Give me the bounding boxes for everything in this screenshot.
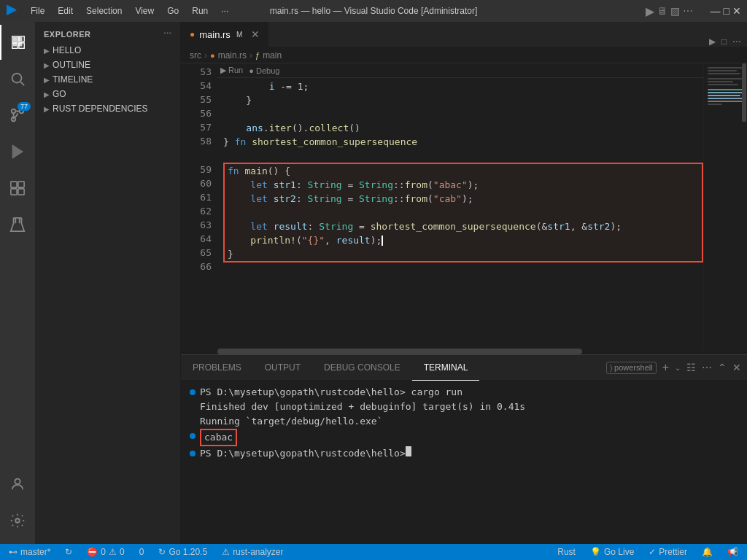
tab-terminal[interactable]: TERMINAL: [412, 355, 480, 381]
svg-rect-17: [708, 70, 737, 71]
h-scrollbar-thumb[interactable]: [217, 349, 582, 354]
go-live-status[interactable]: 💡 Go Live: [587, 547, 637, 557]
tab-bar: ● main.rs M ✕ ▶ □ ⋯: [181, 22, 747, 47]
maximize-panel-icon[interactable]: ⌃: [718, 362, 727, 373]
more-terminal-icon[interactable]: ⋯: [702, 362, 712, 373]
errors-status[interactable]: ⛔ 0 ⚠ 0: [84, 547, 127, 557]
tab-problems[interactable]: PROBLEMS: [181, 355, 253, 381]
terminal-text-1: PS D:\mysetup\gopath\rustcode\hello> car…: [200, 385, 462, 400]
maximize-button[interactable]: □: [724, 5, 729, 17]
sidebar-item-hello[interactable]: ▶ HELLO: [35, 43, 180, 58]
menu-go[interactable]: Go: [161, 4, 185, 18]
tab-debug-console[interactable]: DEBUG CONSOLE: [312, 355, 412, 381]
terminal-text-4: cabac: [200, 429, 237, 446]
terminal-content[interactable]: PS D:\mysetup\gopath\rustcode\hello> car…: [181, 381, 747, 544]
add-terminal-icon[interactable]: +: [662, 361, 669, 374]
terminal-dropdown-icon[interactable]: ⌄: [675, 364, 681, 372]
svg-rect-25: [708, 98, 744, 99]
split-editor-icon[interactable]: □: [721, 36, 727, 47]
menu-view[interactable]: View: [129, 4, 160, 18]
menu-selection[interactable]: Selection: [80, 4, 128, 18]
code-line-55: [223, 107, 703, 121]
activity-bar: 77: [0, 22, 35, 544]
panel-actions: 〉 powershell + ⌄ ☷ ⋯ ⌃ ✕: [606, 361, 747, 374]
error-status[interactable]: ⚠ rust-analyzer: [219, 547, 286, 557]
go-version-label: 0: [139, 547, 144, 557]
rust-analyzer-status[interactable]: ↻ Go 1.20.5: [155, 547, 210, 557]
code-editor: 53 54 55 56 57 58 59 60 61 62 63 64 65 6…: [181, 63, 747, 349]
language-status[interactable]: Rust: [554, 547, 578, 557]
go-version-status[interactable]: 0: [136, 547, 147, 557]
titlebar-controls: ▶ 🖥 ▧ ⋯ — □ ✕: [646, 4, 741, 18]
svg-rect-18: [708, 73, 740, 74]
tab-output[interactable]: OUTPUT: [253, 355, 312, 381]
warning-icon: ⚠: [109, 547, 117, 557]
megaphone-icon: 📢: [727, 547, 738, 557]
accounts-activity-icon[interactable]: [0, 467, 35, 502]
sidebar-item-timeline[interactable]: ▶ TIMELINE: [35, 72, 180, 87]
git-branch-status[interactable]: ⊷ master*: [6, 547, 53, 557]
terminal-line-1: PS D:\mysetup\gopath\rustcode\hello> car…: [190, 385, 738, 400]
svg-rect-10: [11, 182, 17, 187]
kill-terminal-icon[interactable]: ☷: [686, 362, 696, 373]
terminal-name: powershell: [614, 363, 653, 372]
sidebar-actions[interactable]: ⋯: [163, 29, 172, 39]
close-panel-icon[interactable]: ✕: [732, 362, 741, 373]
breadcrumb-src[interactable]: src: [190, 50, 201, 61]
code-lines[interactable]: i -= 1; } ans.iter().collect() } fn shor…: [217, 78, 703, 276]
extensions-activity-icon[interactable]: [0, 171, 35, 206]
search-activity-icon[interactable]: [0, 61, 35, 96]
titlebar: ⯈ File Edit Selection View Go Run ··· ma…: [0, 0, 747, 22]
menu-file[interactable]: File: [25, 4, 50, 18]
menu-more[interactable]: ···: [215, 4, 234, 18]
code-line-56: ans.iter().collect(): [223, 121, 703, 135]
code-line-66: [223, 262, 703, 276]
breadcrumb-fn[interactable]: main: [263, 50, 282, 61]
code-content[interactable]: ▶ Run ● Debug i -= 1; } ans.iter().colle…: [217, 63, 703, 349]
layout-button[interactable]: ▧: [670, 5, 680, 17]
svg-rect-22: [708, 89, 744, 90]
source-control-activity-icon[interactable]: 77: [0, 98, 35, 133]
go-live-icon: 💡: [590, 547, 601, 557]
explorer-activity-icon[interactable]: [0, 25, 35, 60]
run-inline-icon[interactable]: ▶ Run: [220, 66, 243, 75]
run-code-icon[interactable]: ▶: [709, 36, 716, 47]
run-button[interactable]: ▶: [646, 4, 654, 18]
tab-file-icon: ●: [190, 29, 195, 39]
sidebar-item-go[interactable]: ▶ GO: [35, 87, 180, 101]
test-activity-icon[interactable]: [0, 207, 35, 242]
terminal-line-4: cabac: [190, 429, 738, 446]
settings-activity-icon[interactable]: [0, 503, 35, 538]
sidebar-item-rust-dependencies[interactable]: ▶ RUST DEPENDENCIES: [35, 101, 180, 116]
close-button[interactable]: ✕: [732, 5, 741, 17]
more-button[interactable]: ⋯: [683, 5, 693, 17]
new-terminal-icon[interactable]: 〉 powershell: [606, 362, 657, 374]
svg-rect-20: [708, 81, 733, 82]
feedback-status[interactable]: 📢: [724, 547, 741, 557]
debug-inline-icon[interactable]: ● Debug: [249, 66, 279, 75]
sidebar-item-outline[interactable]: ▶ OUTLINE: [35, 58, 180, 72]
prettier-label: Prettier: [659, 547, 687, 557]
sync-icon: ↻: [65, 547, 72, 557]
run-debug-activity-icon[interactable]: [0, 134, 35, 169]
chevron-right-icon: ▶: [44, 90, 50, 98]
h-scrollbar[interactable]: [181, 349, 747, 354]
prettier-status[interactable]: ✓ Prettier: [646, 547, 690, 557]
svg-rect-21: [708, 84, 738, 85]
menu-run[interactable]: Run: [186, 4, 214, 18]
minimize-button[interactable]: —: [711, 5, 721, 17]
remote-button[interactable]: 🖥: [657, 5, 667, 17]
svg-rect-23: [708, 92, 744, 93]
sync-status[interactable]: ↻: [62, 547, 75, 557]
notification-status[interactable]: 🔔: [699, 547, 716, 557]
breadcrumb-file[interactable]: main.rs: [218, 50, 247, 61]
breadcrumb-sep-1: ›: [204, 50, 207, 61]
tab-main-rs[interactable]: ● main.rs M ✕: [181, 22, 269, 47]
more-actions-icon[interactable]: ⋯: [732, 36, 741, 47]
menu-edit[interactable]: Edit: [52, 4, 79, 18]
svg-rect-12: [11, 189, 17, 195]
tab-modified-indicator: M: [236, 31, 242, 39]
activity-bar-bottom: [0, 467, 35, 538]
tab-close-icon[interactable]: ✕: [251, 28, 260, 40]
breadcrumb-file-icon: ●: [210, 51, 215, 60]
